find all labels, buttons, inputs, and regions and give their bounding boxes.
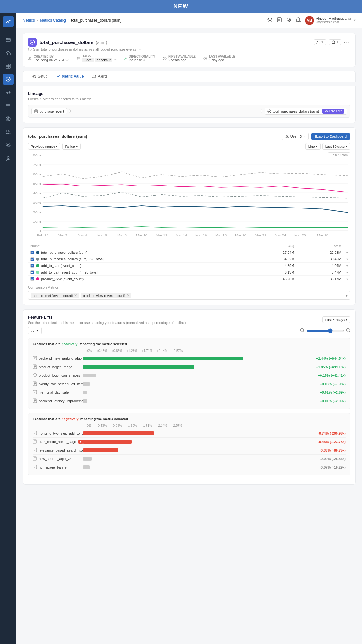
comp-tag-product-view: product_view (event_count) ✕ bbox=[81, 293, 131, 298]
user-id-button[interactable]: User ID ▾ bbox=[282, 133, 309, 140]
tab-alerts[interactable]: Alerts bbox=[88, 71, 112, 82]
legend-row-expand[interactable]: ▾ bbox=[346, 258, 348, 261]
directionality-edit-icon[interactable]: ✏ bbox=[143, 58, 146, 62]
feature-name: backend_new_ranking_algorithm_lau... bbox=[33, 356, 83, 361]
you-badge: You are here bbox=[322, 109, 344, 114]
more-options-button[interactable]: ··· bbox=[344, 39, 350, 46]
breadcrumb-current: total_purchases_dollars (sum) bbox=[71, 18, 122, 23]
zoom-in-icon[interactable] bbox=[346, 328, 350, 333]
comp-tag-remove-2[interactable]: ✕ bbox=[127, 293, 129, 297]
feature-type-icon bbox=[33, 398, 37, 403]
lineage-bar: purchase_event total_purchases_dollars (… bbox=[28, 105, 350, 118]
sidebar bbox=[0, 13, 16, 644]
line-select[interactable]: Line▾ bbox=[305, 143, 321, 150]
feature-delta: -0.33% (-89.75k) bbox=[305, 448, 346, 452]
legend-row: add_to_cart (event_count) 4.89M 4.04M ▾ bbox=[28, 263, 350, 269]
feature-lifts-period-select[interactable]: Last 30 days▾ bbox=[322, 316, 350, 323]
user-email: vm@statsig.com bbox=[316, 20, 352, 24]
legend-row-expand[interactable]: ▾ bbox=[346, 271, 348, 274]
docs-icon[interactable] bbox=[277, 17, 282, 23]
sidebar-icon-logo[interactable] bbox=[3, 16, 14, 27]
top-nav: Metrics › Metrics Catalog › total_purcha… bbox=[16, 13, 362, 28]
feature-row: homepage_banner -0.07% (-19.29k) bbox=[33, 463, 346, 471]
svg-marker-89 bbox=[33, 373, 37, 377]
feature-type-icon bbox=[33, 465, 37, 470]
chart-section: total_purchases_dollars (sum) User ID ▾ … bbox=[23, 127, 356, 305]
sidebar-icon-grid[interactable] bbox=[3, 60, 14, 72]
tab-setup[interactable]: Setup bbox=[28, 71, 52, 82]
legend-checkbox[interactable] bbox=[30, 257, 34, 261]
breadcrumb-catalog[interactable]: Metrics Catalog bbox=[40, 18, 66, 23]
feature-row: new_search_algo_v2 -0.09% (-25.56k) bbox=[33, 455, 346, 463]
feature-lifts-header: Feature Lifts See the total effect on th… bbox=[28, 315, 350, 325]
zoom-out-icon[interactable] bbox=[300, 328, 304, 333]
metric-icon bbox=[28, 38, 37, 47]
svg-text:Mar 16: Mar 16 bbox=[195, 234, 207, 237]
legend-row-expand[interactable]: ▾ bbox=[346, 264, 348, 268]
settings-icon[interactable] bbox=[267, 17, 272, 23]
content-area: total_purchases_dollars (sum) 1 1 bbox=[16, 28, 362, 644]
description-edit-icon[interactable]: ✏ bbox=[139, 48, 141, 51]
legend-checkbox[interactable] bbox=[30, 277, 34, 281]
zoom-slider[interactable] bbox=[306, 328, 344, 333]
svg-text:70m: 70m bbox=[33, 163, 41, 166]
reset-zoom-button[interactable]: Reset Zoom bbox=[328, 152, 350, 158]
legend-checkbox[interactable] bbox=[30, 264, 34, 268]
svg-text:Mar 4: Mar 4 bbox=[78, 234, 87, 237]
breadcrumb-metrics[interactable]: Metrics bbox=[23, 18, 35, 23]
svg-point-40 bbox=[286, 135, 288, 136]
badge-alerts: 1 bbox=[329, 39, 341, 45]
legend-checkbox[interactable] bbox=[30, 251, 34, 254]
legend-latest-header: Latest bbox=[297, 243, 344, 249]
feature-type-icon bbox=[33, 448, 37, 453]
legend-checkbox[interactable] bbox=[30, 270, 34, 274]
lineage-source: purchase_event bbox=[31, 108, 67, 114]
feature-name: relevance_based_search_sorri...▼ bbox=[33, 448, 83, 453]
svg-rect-1 bbox=[7, 53, 8, 55]
feature-row: twenty_five_percent_off_items +0.03% (+7… bbox=[33, 380, 346, 388]
sidebar-icon-folder[interactable] bbox=[3, 34, 14, 45]
feature-type-icon bbox=[33, 364, 37, 369]
last-30-days-select[interactable]: Last 30 days▾ bbox=[322, 143, 350, 150]
svg-text:Mar 8: Mar 8 bbox=[117, 234, 127, 237]
svg-point-37 bbox=[69, 110, 71, 112]
previous-month-select[interactable]: Previous month▾ bbox=[28, 143, 60, 150]
sidebar-icon-people[interactable] bbox=[3, 126, 14, 138]
feature-filter-button[interactable]: All ▾ bbox=[28, 327, 42, 334]
user-info[interactable]: VM Vineeth Madhusudanan vm@statsig.com ▾ bbox=[305, 16, 356, 25]
feature-delta: -0.74% (-200.98k) bbox=[305, 431, 346, 435]
gear-icon[interactable] bbox=[286, 17, 291, 23]
user-name: Vineeth Madhusudanan bbox=[316, 17, 352, 20]
svg-point-13 bbox=[9, 130, 10, 131]
tab-metric-value[interactable]: Metric Value bbox=[52, 71, 88, 82]
feature-type-icon bbox=[33, 456, 37, 461]
comparison-metrics-section: Comparison Metrics add_to_cart (event_co… bbox=[28, 286, 350, 300]
feature-name: memorial_day_sale bbox=[33, 390, 83, 395]
tags-edit-icon[interactable]: ✏ bbox=[114, 58, 116, 62]
sidebar-icon-metrics[interactable] bbox=[3, 74, 14, 85]
comp-dropdown-icon[interactable]: ▾ bbox=[346, 293, 348, 298]
rollup-select[interactable]: Rollup▾ bbox=[62, 143, 80, 150]
bell-icon[interactable] bbox=[296, 17, 301, 23]
sidebar-icon-list[interactable] bbox=[3, 100, 14, 111]
legend-row-expand[interactable]: ▾ bbox=[346, 251, 348, 254]
feature-delta: +2.44% (+644.54k) bbox=[305, 357, 346, 360]
feature-type-icon bbox=[33, 390, 37, 395]
export-dashboard-button[interactable]: Export to Dashboard bbox=[311, 133, 350, 140]
sidebar-icon-settings[interactable] bbox=[3, 140, 14, 151]
sidebar-icon-home[interactable] bbox=[3, 47, 14, 58]
feature-type-icon bbox=[33, 381, 37, 386]
feature-delta: +1.85% (+499.18k) bbox=[305, 365, 346, 369]
svg-point-14 bbox=[7, 144, 9, 146]
legend-row-expand[interactable]: ▾ bbox=[346, 277, 348, 281]
sidebar-icon-globe[interactable] bbox=[3, 113, 14, 125]
sidebar-icon-waveform[interactable] bbox=[3, 87, 14, 98]
comp-tag-remove-1[interactable]: ✕ bbox=[74, 293, 77, 297]
feature-type-icon bbox=[33, 431, 37, 436]
feature-row: backend_new_ranking_algorithm_lau... +2.… bbox=[33, 354, 346, 363]
sidebar-icon-person[interactable] bbox=[3, 153, 14, 164]
svg-point-31 bbox=[34, 76, 35, 77]
svg-text:Mar 20: Mar 20 bbox=[235, 234, 247, 237]
svg-text:Mar 14: Mar 14 bbox=[176, 234, 187, 237]
feature-bar-area bbox=[83, 431, 305, 436]
